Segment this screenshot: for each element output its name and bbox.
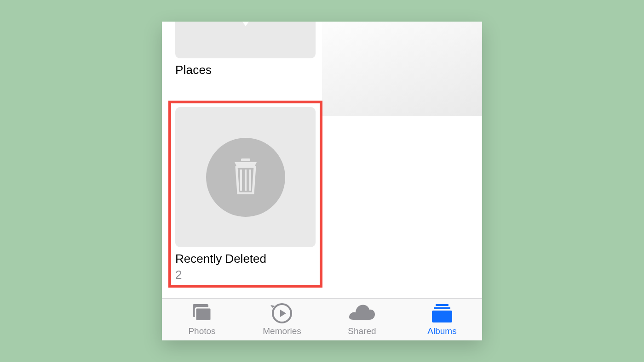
memories-icon [270,303,293,323]
svg-rect-11 [432,311,452,322]
map-pin-icon [241,22,250,26]
cloud-icon [348,303,376,323]
tab-photos[interactable]: Photos [162,299,242,340]
svg-rect-0 [241,158,250,161]
recently-deleted-count: 2 [175,268,316,282]
tab-label: Photos [188,326,215,336]
svg-rect-5 [196,308,211,321]
albums-stack-icon [430,303,454,323]
tab-albums[interactable]: Albums [402,299,482,340]
places-label: Places [175,63,316,77]
places-thumbnail [175,22,316,58]
svg-marker-7 [280,310,286,317]
tab-label: Memories [263,326,301,336]
tab-label: Shared [348,326,376,336]
trash-icon-circle [206,138,285,217]
tab-memories[interactable]: Memories [242,299,322,340]
recently-deleted-label: Recently Deleted [175,252,316,266]
svg-rect-9 [436,304,448,306]
photos-app-albums-screen: Places [162,22,482,340]
tab-shared[interactable]: Shared [322,299,402,340]
album-recently-deleted[interactable]: Recently Deleted 2 [175,107,316,282]
adjacent-card-peek [322,22,482,116]
svg-rect-10 [434,307,450,309]
tab-label: Albums [427,326,456,336]
album-places[interactable]: Places [175,22,316,77]
trash-icon [233,158,259,196]
photos-stack-icon [190,303,214,323]
tab-bar: Photos Memories Shared [162,298,482,340]
recently-deleted-thumbnail [175,107,316,247]
